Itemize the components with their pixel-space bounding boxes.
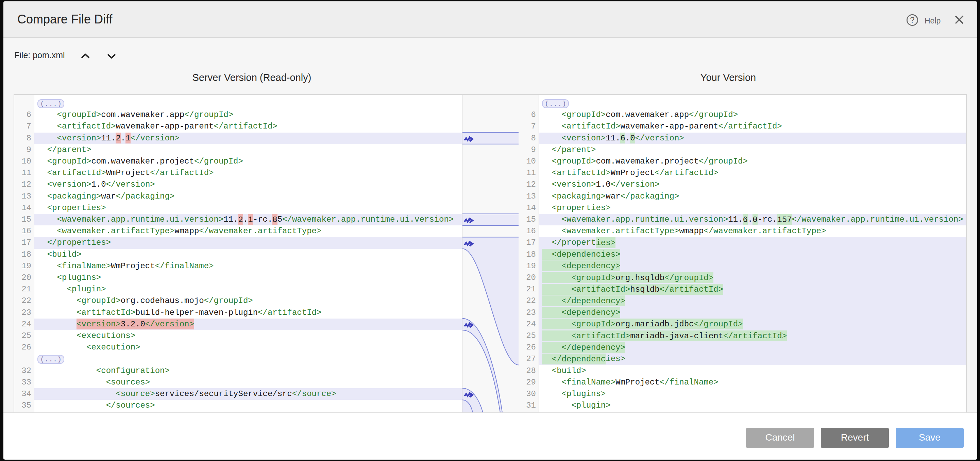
svg-text:?: ? bbox=[910, 16, 915, 24]
